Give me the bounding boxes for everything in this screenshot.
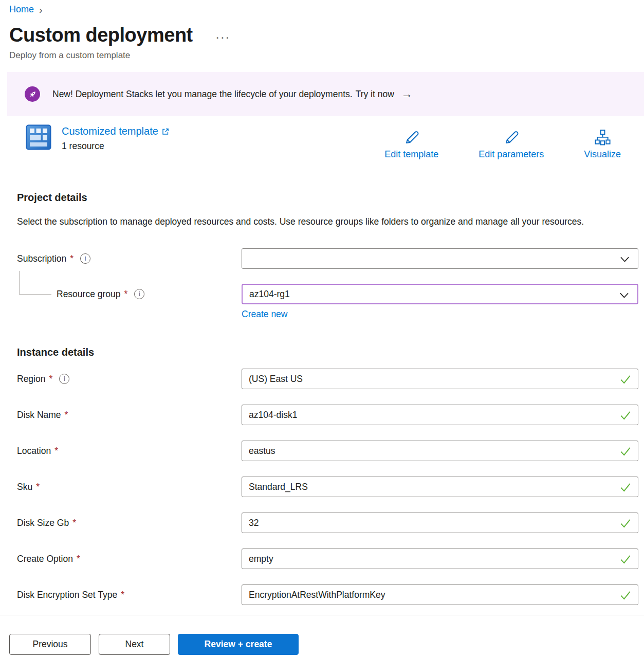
external-link-icon bbox=[161, 127, 170, 136]
hierarchy-icon bbox=[593, 129, 612, 147]
chevron-down-icon bbox=[620, 255, 630, 266]
required-marker: * bbox=[72, 518, 76, 528]
sku-label-text: Sku bbox=[17, 482, 32, 492]
hierarchy-connector-line bbox=[19, 271, 51, 295]
resource-group-label-text: Resource group bbox=[57, 289, 121, 300]
disk-size-input[interactable] bbox=[242, 513, 638, 533]
resource-group-wrap: Resource group * i az104-rg1 bbox=[0, 284, 644, 304]
create-new-link[interactable]: Create new bbox=[242, 309, 288, 320]
info-icon[interactable]: i bbox=[134, 289, 144, 299]
valid-check-icon bbox=[619, 554, 632, 568]
create-option-row: Create Option * bbox=[17, 549, 638, 569]
breadcrumb: Home › bbox=[9, 4, 644, 15]
disk-encryption-set-type-row: Disk Encryption Set Type * bbox=[17, 584, 638, 605]
required-marker: * bbox=[77, 554, 80, 564]
location-input[interactable] bbox=[242, 441, 638, 461]
create-option-label-text: Create Option bbox=[17, 554, 73, 564]
deployment-stacks-banner[interactable]: New! Deployment Stacks let you manage th… bbox=[7, 72, 644, 116]
create-option-label: Create Option * bbox=[17, 554, 242, 564]
footer-buttons: Previous Next Review + create bbox=[9, 634, 644, 655]
edit-parameters-label: Edit parameters bbox=[479, 149, 544, 160]
customized-template-link[interactable]: Customized template bbox=[62, 125, 170, 137]
required-marker: * bbox=[124, 289, 128, 300]
disk-name-row: Disk Name * bbox=[17, 405, 638, 425]
required-marker: * bbox=[54, 446, 58, 456]
pencil-icon bbox=[502, 129, 521, 147]
visualize-button[interactable]: Visualize bbox=[584, 129, 621, 160]
sku-label: Sku * bbox=[17, 482, 242, 492]
disk-encryption-set-type-input-field[interactable] bbox=[249, 590, 615, 600]
subscription-label-text: Subscription bbox=[17, 253, 66, 264]
disk-size-input-field[interactable] bbox=[249, 518, 615, 528]
disk-name-input[interactable] bbox=[242, 405, 638, 425]
resource-group-row: Resource group * i az104-rg1 bbox=[17, 284, 638, 304]
page-content: Home › Custom deployment ··· Deploy from… bbox=[0, 0, 644, 615]
disk-encryption-set-type-label-text: Disk Encryption Set Type bbox=[17, 590, 117, 600]
project-details-description: Select the subscription to manage deploy… bbox=[17, 214, 608, 230]
review-create-button[interactable]: Review + create bbox=[178, 634, 299, 655]
disk-encryption-set-type-label: Disk Encryption Set Type * bbox=[17, 590, 242, 600]
valid-check-icon bbox=[619, 482, 632, 496]
customized-template-label: Customized template bbox=[62, 125, 158, 137]
sku-row: Sku * bbox=[17, 477, 638, 497]
resource-group-dropdown[interactable]: az104-rg1 bbox=[242, 284, 638, 304]
disk-size-label-text: Disk Size Gb bbox=[17, 518, 69, 528]
valid-check-icon bbox=[619, 446, 632, 460]
disk-encryption-set-type-input[interactable] bbox=[242, 584, 638, 605]
next-button[interactable]: Next bbox=[99, 634, 170, 655]
breadcrumb-home-link[interactable]: Home bbox=[9, 4, 34, 15]
disk-size-row: Disk Size Gb * bbox=[17, 513, 638, 533]
banner-message: New! Deployment Stacks let you manage th… bbox=[52, 89, 353, 100]
region-label-text: Region bbox=[17, 374, 45, 385]
region-input-field[interactable] bbox=[249, 374, 615, 385]
required-marker: * bbox=[70, 253, 73, 264]
sku-input-field[interactable] bbox=[249, 482, 615, 492]
region-row: Region * i bbox=[17, 369, 638, 389]
valid-check-icon bbox=[619, 374, 632, 388]
location-label-text: Location bbox=[17, 446, 51, 456]
required-marker: * bbox=[65, 410, 68, 421]
template-summary: Customized template 1 resource bbox=[26, 124, 170, 152]
more-options-button[interactable]: ··· bbox=[216, 33, 231, 43]
breadcrumb-separator-icon: › bbox=[39, 5, 43, 15]
subscription-dropdown[interactable] bbox=[242, 248, 638, 269]
subscription-label: Subscription * i bbox=[17, 253, 242, 264]
create-option-input-field[interactable] bbox=[249, 554, 615, 564]
sku-input[interactable] bbox=[242, 477, 638, 497]
info-icon[interactable]: i bbox=[80, 253, 90, 264]
page-subtitle: Deploy from a custom template bbox=[9, 50, 644, 61]
required-marker: * bbox=[36, 482, 40, 492]
valid-check-icon bbox=[619, 518, 632, 532]
create-option-input[interactable] bbox=[242, 549, 638, 569]
rocket-icon bbox=[25, 86, 40, 102]
edit-template-label: Edit template bbox=[384, 149, 438, 160]
valid-check-icon bbox=[619, 410, 632, 424]
region-label: Region * i bbox=[17, 374, 242, 385]
required-marker: * bbox=[121, 590, 124, 600]
arrow-right-icon: → bbox=[401, 88, 413, 100]
template-actions: Edit template Edit parameters Visualize bbox=[384, 124, 621, 160]
banner-try-it-now-link[interactable]: Try it now bbox=[356, 89, 394, 100]
valid-check-icon bbox=[619, 590, 632, 604]
chevron-down-icon bbox=[619, 291, 629, 302]
page-title: Custom deployment bbox=[9, 24, 193, 46]
template-row: Customized template 1 resource Edit temp… bbox=[26, 124, 621, 160]
subscription-row: Subscription * i bbox=[17, 248, 638, 269]
info-icon[interactable]: i bbox=[59, 374, 69, 384]
location-label: Location * bbox=[17, 446, 242, 456]
resource-group-value: az104-rg1 bbox=[249, 289, 615, 300]
instance-details-heading: Instance details bbox=[17, 346, 644, 358]
project-details-heading: Project details bbox=[17, 192, 644, 204]
disk-name-label-text: Disk Name bbox=[17, 410, 61, 421]
edit-parameters-button[interactable]: Edit parameters bbox=[479, 129, 544, 160]
title-row: Custom deployment ··· bbox=[9, 24, 644, 46]
edit-template-button[interactable]: Edit template bbox=[384, 129, 438, 160]
disk-size-label: Disk Size Gb * bbox=[17, 518, 242, 528]
previous-button[interactable]: Previous bbox=[9, 634, 91, 655]
footer-bar: Previous Next Review + create bbox=[0, 615, 644, 658]
location-row: Location * bbox=[17, 441, 638, 461]
disk-name-input-field[interactable] bbox=[249, 410, 615, 421]
region-input[interactable] bbox=[242, 369, 638, 389]
location-input-field[interactable] bbox=[249, 446, 615, 456]
template-resource-count: 1 resource bbox=[62, 141, 170, 152]
